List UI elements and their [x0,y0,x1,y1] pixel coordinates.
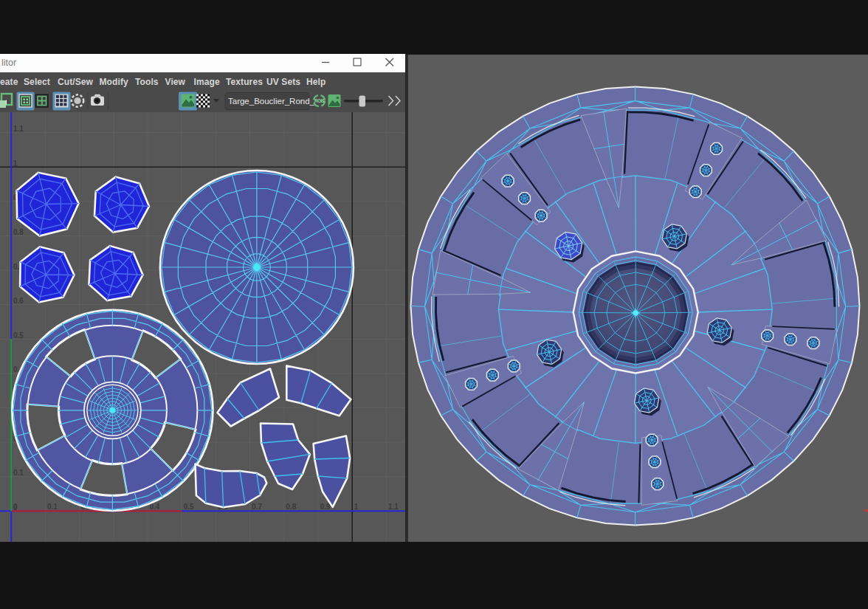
svg-text:RGB: RGB [314,98,325,103]
svg-text:0.6: 0.6 [13,297,24,305]
svg-text:0.8: 0.8 [13,228,24,236]
svg-text:0.5: 0.5 [184,503,194,511]
svg-text:1.1: 1.1 [388,503,399,511]
svg-text:0.1: 0.1 [13,469,24,477]
svg-text:0.5: 0.5 [13,331,24,340]
svg-text:0.4: 0.4 [150,503,160,511]
svg-text:0.8: 0.8 [286,503,296,511]
svg-text:1: 1 [354,503,359,511]
svg-text:0.9: 0.9 [320,503,331,511]
svg-text:Targe_Bouclier_Rond_: Targe_Bouclier_Rond_ [228,97,315,106]
svg-text:1: 1 [13,159,18,168]
svg-text:0.1: 0.1 [47,503,58,511]
svg-text:0: 0 [13,503,18,511]
svg-text:1.1: 1.1 [13,125,24,133]
svg-text:0.7: 0.7 [252,503,262,511]
